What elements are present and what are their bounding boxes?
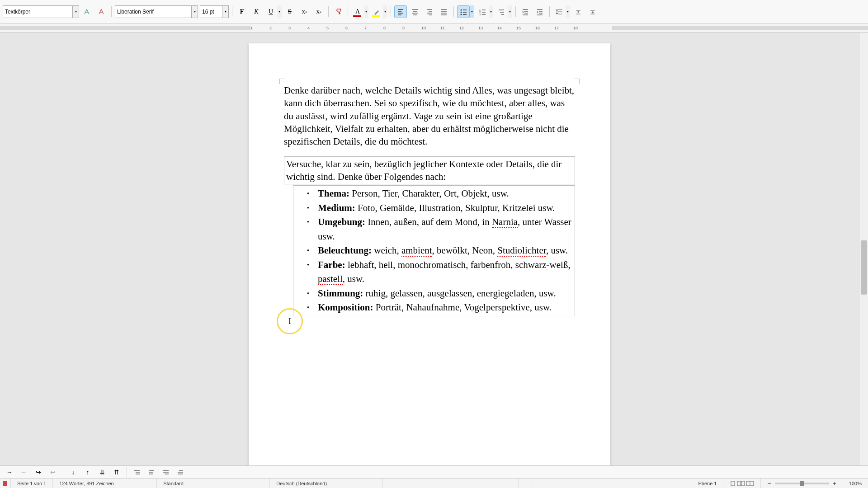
nav-down-icon[interactable]: ↓	[67, 467, 79, 477]
numbered-list-dropdown-arrow[interactable]: ▾	[489, 5, 493, 18]
align-right-button[interactable]	[423, 5, 436, 18]
strikethrough-button[interactable]: S	[283, 5, 296, 18]
font-size-combo[interactable]	[200, 5, 222, 18]
nav-page-up-icon[interactable]: ⇈	[111, 467, 123, 477]
signature-status-icon[interactable]	[519, 479, 532, 488]
ruler-tick: 18	[573, 26, 578, 30]
update-style-icon[interactable]	[81, 5, 94, 18]
decrease-indent-button[interactable]	[533, 5, 546, 18]
horizontal-ruler[interactable]: 123456789101112131415161718	[0, 23, 868, 33]
align-center-button[interactable]	[409, 5, 421, 18]
bullet-list-dropdown-arrow[interactable]: ▾	[470, 5, 474, 18]
style-dropdown-arrow[interactable]: ▾	[73, 5, 79, 18]
nav-up-icon[interactable]: ↑	[82, 467, 94, 477]
align-left-button[interactable]	[394, 5, 407, 18]
list-item[interactable]: Thema: Person, Tier, Charakter, Ort, Obj…	[310, 187, 573, 201]
paragraph-style-combo[interactable]	[3, 5, 73, 18]
ruler-tick: 15	[516, 26, 521, 30]
word-count-status[interactable]: 124 Wörter, 891 Zeichen	[53, 479, 157, 488]
outline-list-button[interactable]	[495, 5, 508, 18]
font-color-button[interactable]: A	[351, 5, 364, 18]
highlight-button[interactable]	[370, 5, 383, 18]
list-item[interactable]: Beleuchtung: weich, ambient, bewölkt, Ne…	[310, 244, 573, 258]
list-item[interactable]: Stimmung: ruhig, gelassen, ausgelassen, …	[310, 286, 573, 301]
subscript-button[interactable]: X2	[312, 5, 325, 18]
navigation-toolbar: → ← ↪ ↩ ↓ ↑ ⇊ ⇈	[0, 465, 868, 478]
size-dropdown-arrow[interactable]: ▾	[222, 5, 229, 18]
misspelled-word[interactable]: Narnia	[492, 216, 518, 228]
list-item-label: Komposition:	[318, 302, 373, 313]
outline-list-dropdown-arrow[interactable]: ▾	[508, 5, 512, 18]
list-item[interactable]: Farbe: lebhaft, hell, monochromatisch, f…	[310, 258, 573, 286]
numbered-list-button[interactable]: 123	[476, 5, 489, 18]
zoom-out-button[interactable]: −	[767, 480, 771, 487]
bold-button[interactable]: F	[236, 5, 248, 18]
language-status[interactable]: Deutsch (Deutschland)	[270, 479, 383, 488]
save-status-icon[interactable]	[0, 479, 11, 488]
page-style-status[interactable]: Standard	[157, 479, 270, 488]
scrollbar-thumb[interactable]	[861, 240, 867, 295]
vertical-scrollbar[interactable]	[859, 33, 868, 465]
underline-button[interactable]: U	[264, 5, 277, 18]
page-number-status[interactable]: Seite 1 von 1	[11, 479, 53, 488]
text-cursor-icon: I	[288, 317, 291, 326]
ruler-tick: 10	[421, 26, 426, 30]
nav-page-down-icon[interactable]: ⇊	[96, 467, 108, 477]
demote-icon[interactable]	[146, 467, 157, 477]
zoom-slider[interactable]	[775, 483, 829, 484]
italic-button[interactable]: K	[250, 5, 263, 18]
misspelled-word[interactable]: pastell	[318, 273, 343, 285]
list-item[interactable]: Umgebung: Innen, außen, auf dem Mond, in…	[310, 215, 573, 244]
page[interactable]: Denke darüber nach, welche Details wicht…	[249, 43, 610, 465]
list-frame[interactable]: Thema: Person, Tier, Charakter, Ort, Obj…	[293, 185, 575, 316]
ruler-tick: 7	[364, 26, 367, 30]
align-justify-button[interactable]	[438, 5, 450, 18]
bullet-list-button[interactable]	[457, 5, 470, 18]
zoom-in-button[interactable]: +	[833, 480, 836, 487]
insert-mode-status[interactable]	[383, 479, 464, 488]
move-down-icon[interactable]	[175, 467, 186, 477]
text-frame[interactable]: Versuche, klar zu sein, bezüglich jeglic…	[284, 156, 575, 185]
promote-icon[interactable]	[131, 467, 143, 477]
list-item[interactable]: Medium: Foto, Gemälde, Illustration, Sku…	[310, 201, 573, 216]
nav-back-icon[interactable]: ←	[18, 467, 30, 477]
outline-level-status[interactable]: Ebene 1	[692, 479, 724, 488]
zoom-percent[interactable]: 100%	[843, 479, 868, 488]
underline-dropdown-arrow[interactable]: ▾	[277, 5, 282, 18]
nav-back-link-icon[interactable]: ↩	[47, 467, 59, 477]
superscript-button[interactable]: X2	[298, 5, 311, 18]
view-layout-buttons[interactable]	[723, 479, 761, 488]
zoom-controls: − +	[761, 479, 842, 488]
nav-forward-link-icon[interactable]: ↪	[33, 467, 44, 477]
zoom-slider-thumb[interactable]	[800, 481, 804, 486]
new-style-icon[interactable]	[95, 5, 108, 18]
font-dropdown-arrow[interactable]: ▾	[192, 5, 198, 18]
status-bar: Seite 1 von 1 124 Wörter, 891 Zeichen St…	[0, 478, 868, 488]
cursor-highlight-ring: I	[277, 308, 303, 334]
misspelled-word[interactable]: Studiolichter	[497, 245, 546, 257]
single-page-icon[interactable]	[730, 481, 736, 486]
increase-spacing-button[interactable]	[572, 5, 585, 18]
svg-rect-8	[731, 481, 735, 486]
misspelled-word[interactable]: ambient	[401, 245, 432, 257]
line-spacing-button[interactable]	[553, 5, 566, 18]
clear-formatting-icon[interactable]	[332, 5, 344, 18]
list-item[interactable]: Komposition: Porträt, Nahaufnahme, Vogel…	[310, 300, 573, 315]
book-view-icon[interactable]	[746, 481, 754, 486]
svg-rect-6	[3, 481, 7, 486]
increase-indent-button[interactable]	[519, 5, 532, 18]
highlight-dropdown-arrow[interactable]: ▾	[383, 5, 387, 18]
list-item-label: Medium:	[318, 202, 355, 213]
body-paragraph[interactable]: Versuche, klar zu sein, bezüglich jeglic…	[286, 158, 573, 183]
multi-page-icon[interactable]	[737, 481, 745, 486]
line-spacing-dropdown-arrow[interactable]: ▾	[566, 5, 570, 18]
decrease-spacing-button[interactable]	[586, 5, 599, 18]
font-color-dropdown-arrow[interactable]: ▾	[364, 5, 368, 18]
font-name-combo[interactable]	[115, 5, 192, 18]
bullet-list[interactable]: Thema: Person, Tier, Charakter, Ort, Obj…	[295, 187, 573, 315]
body-paragraph[interactable]: Denke darüber nach, welche Details wicht…	[284, 84, 575, 148]
nav-forward-icon[interactable]: →	[4, 467, 15, 477]
document-area[interactable]: Denke darüber nach, welche Details wicht…	[0, 33, 859, 465]
selection-mode-status[interactable]	[464, 479, 519, 488]
move-up-icon[interactable]	[160, 467, 172, 477]
